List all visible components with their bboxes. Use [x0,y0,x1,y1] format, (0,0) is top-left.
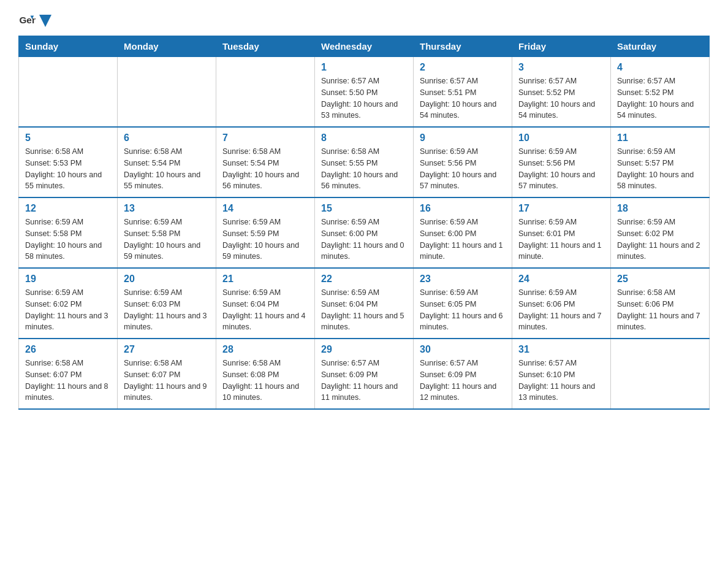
day-number: 15 [321,203,407,214]
day-info: Sunrise: 6:58 AM Sunset: 6:07 PM Dayligh… [124,358,210,404]
calendar-cell: 6Sunrise: 6:58 AM Sunset: 5:54 PM Daylig… [118,127,216,197]
day-info: Sunrise: 6:58 AM Sunset: 6:06 PM Dayligh… [617,287,703,333]
calendar-cell: 4Sunrise: 6:57 AM Sunset: 5:52 PM Daylig… [611,57,710,128]
day-number: 1 [321,62,407,73]
day-number: 9 [420,132,506,144]
day-info: Sunrise: 6:59 AM Sunset: 6:02 PM Dayligh… [617,216,703,262]
day-number: 13 [124,203,210,214]
calendar-cell: 5Sunrise: 6:58 AM Sunset: 5:53 PM Daylig… [19,127,118,197]
day-number: 26 [25,344,111,355]
day-info: Sunrise: 6:59 AM Sunset: 5:59 PM Dayligh… [222,216,308,262]
day-info: Sunrise: 6:58 AM Sunset: 5:55 PM Dayligh… [321,146,407,192]
day-info: Sunrise: 6:58 AM Sunset: 6:08 PM Dayligh… [222,358,308,404]
calendar-cell: 7Sunrise: 6:58 AM Sunset: 5:54 PM Daylig… [216,127,315,197]
day-number: 25 [617,274,703,285]
calendar-week-row: 5Sunrise: 6:58 AM Sunset: 5:53 PM Daylig… [19,127,710,197]
day-info: Sunrise: 6:57 AM Sunset: 5:50 PM Dayligh… [321,75,407,121]
day-number: 19 [25,274,111,285]
calendar-week-row: 26Sunrise: 6:58 AM Sunset: 6:07 PM Dayli… [19,339,710,409]
day-number: 5 [25,132,111,144]
calendar-cell: 8Sunrise: 6:58 AM Sunset: 5:55 PM Daylig… [315,127,414,197]
calendar-cell [19,57,118,128]
day-number: 3 [518,62,604,73]
day-info: Sunrise: 6:57 AM Sunset: 6:10 PM Dayligh… [518,358,604,404]
day-number: 28 [222,344,308,355]
day-info: Sunrise: 6:58 AM Sunset: 5:53 PM Dayligh… [25,146,111,192]
day-number: 10 [518,132,604,144]
calendar-cell [611,339,710,409]
day-number: 23 [420,274,506,285]
calendar-cell: 25Sunrise: 6:58 AM Sunset: 6:06 PM Dayli… [611,268,710,339]
logo-icon: General [18,12,36,29]
calendar-week-row: 19Sunrise: 6:59 AM Sunset: 6:02 PM Dayli… [19,268,710,339]
day-info: Sunrise: 6:59 AM Sunset: 5:56 PM Dayligh… [420,146,506,192]
day-info: Sunrise: 6:59 AM Sunset: 6:04 PM Dayligh… [222,287,308,333]
day-info: Sunrise: 6:57 AM Sunset: 5:52 PM Dayligh… [518,75,604,121]
day-number: 18 [617,203,703,214]
day-info: Sunrise: 6:59 AM Sunset: 6:03 PM Dayligh… [124,287,210,333]
calendar-cell: 18Sunrise: 6:59 AM Sunset: 6:02 PM Dayli… [611,197,710,268]
day-info: Sunrise: 6:59 AM Sunset: 5:58 PM Dayligh… [25,216,111,262]
day-number: 12 [25,203,111,214]
day-number: 24 [518,274,604,285]
calendar-cell: 24Sunrise: 6:59 AM Sunset: 6:06 PM Dayli… [512,268,611,339]
calendar-cell: 17Sunrise: 6:59 AM Sunset: 6:01 PM Dayli… [512,197,611,268]
calendar-cell: 28Sunrise: 6:58 AM Sunset: 6:08 PM Dayli… [216,339,315,409]
column-header-friday: Friday [512,36,611,57]
calendar-cell: 3Sunrise: 6:57 AM Sunset: 5:52 PM Daylig… [512,57,611,128]
day-number: 27 [124,344,210,355]
column-header-monday: Monday [118,36,216,57]
day-number: 11 [617,132,703,144]
calendar-cell: 11Sunrise: 6:59 AM Sunset: 5:57 PM Dayli… [611,127,710,197]
calendar-cell: 21Sunrise: 6:59 AM Sunset: 6:04 PM Dayli… [216,268,315,339]
day-info: Sunrise: 6:57 AM Sunset: 5:52 PM Dayligh… [617,75,703,121]
day-info: Sunrise: 6:59 AM Sunset: 5:58 PM Dayligh… [124,216,210,262]
day-number: 30 [420,344,506,355]
day-info: Sunrise: 6:59 AM Sunset: 6:00 PM Dayligh… [321,216,407,262]
calendar-header-row: SundayMondayTuesdayWednesdayThursdayFrid… [19,36,710,57]
day-number: 8 [321,132,407,144]
calendar-cell: 9Sunrise: 6:59 AM Sunset: 5:56 PM Daylig… [414,127,512,197]
calendar-week-row: 1Sunrise: 6:57 AM Sunset: 5:50 PM Daylig… [19,57,710,128]
day-info: Sunrise: 6:58 AM Sunset: 5:54 PM Dayligh… [124,146,210,192]
column-header-tuesday: Tuesday [216,36,315,57]
day-info: Sunrise: 6:57 AM Sunset: 5:51 PM Dayligh… [420,75,506,121]
calendar-cell: 10Sunrise: 6:59 AM Sunset: 5:56 PM Dayli… [512,127,611,197]
calendar-cell: 16Sunrise: 6:59 AM Sunset: 6:00 PM Dayli… [414,197,512,268]
day-info: Sunrise: 6:58 AM Sunset: 6:07 PM Dayligh… [25,358,111,404]
calendar-cell: 27Sunrise: 6:58 AM Sunset: 6:07 PM Dayli… [118,339,216,409]
day-number: 14 [222,203,308,214]
calendar-cell: 13Sunrise: 6:59 AM Sunset: 5:58 PM Dayli… [118,197,216,268]
calendar-cell: 22Sunrise: 6:59 AM Sunset: 6:04 PM Dayli… [315,268,414,339]
day-number: 22 [321,274,407,285]
day-number: 29 [321,344,407,355]
calendar-cell [216,57,315,128]
day-info: Sunrise: 6:59 AM Sunset: 5:57 PM Dayligh… [617,146,703,192]
logo: General [18,12,51,29]
column-header-wednesday: Wednesday [315,36,414,57]
day-number: 16 [420,203,506,214]
day-info: Sunrise: 6:57 AM Sunset: 6:09 PM Dayligh… [321,358,407,404]
calendar-cell: 1Sunrise: 6:57 AM Sunset: 5:50 PM Daylig… [315,57,414,128]
logo-triangle-icon [39,15,51,27]
page-header: General [18,12,710,29]
calendar-cell [118,57,216,128]
day-info: Sunrise: 6:59 AM Sunset: 5:56 PM Dayligh… [518,146,604,192]
calendar-cell: 31Sunrise: 6:57 AM Sunset: 6:10 PM Dayli… [512,339,611,409]
day-info: Sunrise: 6:58 AM Sunset: 5:54 PM Dayligh… [222,146,308,192]
day-number: 2 [420,62,506,73]
column-header-sunday: Sunday [19,36,118,57]
calendar-cell: 15Sunrise: 6:59 AM Sunset: 6:00 PM Dayli… [315,197,414,268]
day-number: 20 [124,274,210,285]
calendar-cell: 20Sunrise: 6:59 AM Sunset: 6:03 PM Dayli… [118,268,216,339]
day-number: 31 [518,344,604,355]
day-info: Sunrise: 6:59 AM Sunset: 6:04 PM Dayligh… [321,287,407,333]
day-number: 4 [617,62,703,73]
day-info: Sunrise: 6:59 AM Sunset: 6:06 PM Dayligh… [518,287,604,333]
calendar-week-row: 12Sunrise: 6:59 AM Sunset: 5:58 PM Dayli… [19,197,710,268]
calendar-table: SundayMondayTuesdayWednesdayThursdayFrid… [18,36,710,410]
day-number: 21 [222,274,308,285]
day-info: Sunrise: 6:59 AM Sunset: 6:01 PM Dayligh… [518,216,604,262]
calendar-cell: 23Sunrise: 6:59 AM Sunset: 6:05 PM Dayli… [414,268,512,339]
day-number: 6 [124,132,210,144]
